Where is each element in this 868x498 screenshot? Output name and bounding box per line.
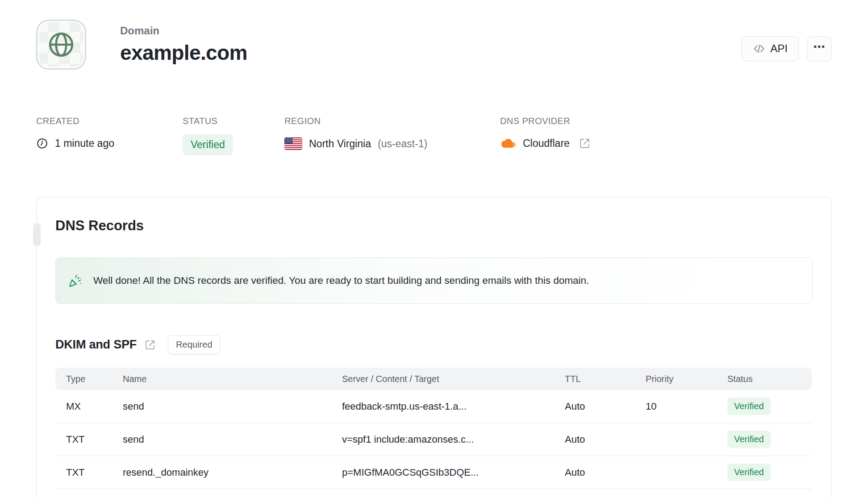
required-badge: Required — [168, 335, 220, 354]
record-status: Verified — [727, 456, 812, 489]
page-title: example.com — [120, 41, 247, 65]
us-flag-icon — [284, 137, 302, 150]
record-priority — [646, 456, 727, 489]
verified-badge: Verified — [727, 398, 771, 415]
success-banner-text: Well done! All the DNS records are verif… — [93, 275, 589, 286]
record-content: feedback-smtp.us-east-1.a... — [342, 390, 565, 423]
column-header-type: Type — [55, 368, 123, 390]
record-content: v=spf1 include:amazonses.c... — [342, 423, 565, 456]
record-type: MX — [55, 390, 123, 423]
api-button[interactable]: API — [742, 36, 799, 61]
record-name: resend._domainkey — [123, 456, 342, 489]
record-priority — [646, 423, 727, 456]
table-row: TXT resend._domainkey p=MIGfMA0GCSqGSIb3… — [55, 456, 812, 489]
meta-status: STATUS Verified — [183, 116, 284, 155]
external-link-icon[interactable] — [579, 138, 590, 149]
code-icon — [753, 42, 765, 55]
record-status: Verified — [727, 390, 812, 423]
dns-records-table: Type Name Server / Content / Target TTL … — [55, 368, 812, 489]
meta-row: CREATED 1 minute ago STATUS Verified REG… — [36, 116, 832, 155]
ellipsis-icon: ⋯ — [813, 40, 826, 54]
record-priority: 10 — [646, 390, 727, 423]
created-label: CREATED — [36, 116, 183, 126]
header-actions: API ⋯ — [742, 36, 832, 61]
meta-dns-provider: DNS PROVIDER Cloudflare — [500, 116, 590, 155]
clock-icon — [36, 137, 48, 149]
page-header: Domain example.com API ⋯ — [36, 20, 832, 70]
record-name: send — [123, 390, 342, 423]
table-row: TXT send v=spf1 include:amazonses.c... A… — [55, 423, 812, 456]
success-banner: Well done! All the DNS records are verif… — [55, 257, 813, 304]
party-popper-icon — [68, 274, 83, 288]
globe-icon — [46, 30, 76, 59]
status-label: STATUS — [183, 116, 284, 126]
record-ttl: Auto — [565, 390, 646, 423]
domain-avatar — [36, 20, 86, 70]
status-badge: Verified — [183, 134, 233, 155]
dns-provider-name: Cloudflare — [523, 137, 570, 149]
dns-provider-label: DNS PROVIDER — [500, 116, 590, 126]
dkim-spf-section-header: DKIM and SPF Required — [55, 335, 813, 354]
column-header-ttl: TTL — [565, 368, 646, 390]
column-header-content: Server / Content / Target — [342, 368, 565, 390]
domain-detail-page: Domain example.com API ⋯ C — [0, 0, 868, 498]
api-button-label: API — [770, 42, 788, 55]
region-code: (us-east-1) — [378, 138, 427, 150]
dns-records-card: DNS Records Well done! All the DNS recor… — [36, 197, 832, 498]
record-type: TXT — [55, 423, 123, 456]
record-ttl: Auto — [565, 423, 646, 456]
titles: Domain example.com — [120, 25, 247, 65]
record-type: TXT — [55, 456, 123, 489]
domain-eyebrow: Domain — [120, 25, 247, 37]
table-header-row: Type Name Server / Content / Target TTL … — [55, 368, 812, 390]
card-side-tab — [33, 223, 41, 246]
external-link-icon[interactable] — [145, 340, 155, 350]
created-value: 1 minute ago — [55, 137, 114, 149]
column-header-priority: Priority — [646, 368, 727, 390]
verified-badge: Verified — [727, 464, 771, 481]
dkim-spf-title: DKIM and SPF — [55, 338, 137, 352]
column-header-name: Name — [123, 368, 342, 390]
domain-identity: Domain example.com — [36, 20, 247, 70]
more-options-button[interactable]: ⋯ — [807, 36, 832, 61]
table-row: MX send feedback-smtp.us-east-1.a... Aut… — [55, 390, 812, 423]
record-name: send — [123, 423, 342, 456]
meta-region: REGION — [284, 116, 500, 155]
verified-badge: Verified — [727, 431, 771, 448]
cloudflare-icon — [500, 138, 516, 149]
region-name: North Virginia — [309, 138, 371, 150]
record-content: p=MIGfMA0GCSqGSIb3DQE... — [342, 456, 565, 489]
record-status: Verified — [727, 423, 812, 456]
region-label: REGION — [284, 116, 500, 126]
meta-created: CREATED 1 minute ago — [36, 116, 183, 155]
dns-records-title: DNS Records — [55, 218, 813, 234]
column-header-status: Status — [727, 368, 812, 390]
record-ttl: Auto — [565, 456, 646, 489]
